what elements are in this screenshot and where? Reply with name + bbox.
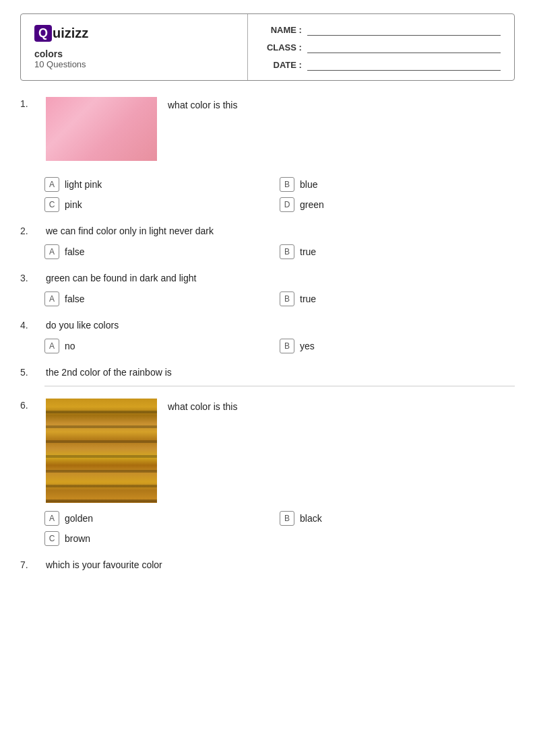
header-right: NAME : CLASS : DATE : xyxy=(248,14,514,80)
q1-option-d-text: green xyxy=(300,199,324,210)
q6-option-b[interactable]: B black xyxy=(280,511,515,526)
q3-number: 3. xyxy=(20,271,39,283)
question-5-row: 5. the 2nd color of the rainbow is xyxy=(20,366,515,378)
question-6: 6. what color is this A golden B black C… xyxy=(20,399,515,546)
q6-options: A golden B black C brown xyxy=(44,511,515,546)
page: Quizizz colors 10 Questions NAME : CLASS… xyxy=(0,0,535,756)
q4-text: do you like colors xyxy=(46,318,515,331)
q2-option-a[interactable]: A false xyxy=(44,244,280,259)
name-line xyxy=(307,24,501,36)
q6-text: what color is this xyxy=(168,399,237,412)
class-field-row: CLASS : xyxy=(261,41,501,53)
q6-option-a-text: golden xyxy=(65,513,93,524)
class-line xyxy=(307,41,501,53)
q1-number: 1. xyxy=(20,97,39,109)
q1-text: what color is this xyxy=(168,97,237,110)
q6-option-a-letter: A xyxy=(44,511,59,526)
quiz-questions: 10 Questions xyxy=(34,59,234,69)
q4-option-b[interactable]: B yes xyxy=(280,339,515,353)
question-6-row: 6. what color is this xyxy=(20,399,515,503)
q4-option-a-text: no xyxy=(65,341,75,351)
date-field-row: DATE : xyxy=(261,59,501,71)
q2-option-b[interactable]: B true xyxy=(280,244,515,259)
q1-option-d[interactable]: D green xyxy=(280,197,515,212)
q2-text: we can find color only in light never da… xyxy=(46,224,515,236)
q7-number: 7. xyxy=(20,558,39,570)
quiz-title: colors xyxy=(34,48,234,59)
date-line xyxy=(307,59,501,71)
q4-options: A no B yes xyxy=(44,339,515,353)
q1-option-a[interactable]: A light pink xyxy=(44,177,280,192)
q1-option-b-letter: B xyxy=(280,177,294,192)
q3-option-b[interactable]: B true xyxy=(280,291,515,306)
question-4: 4. do you like colors A no B yes xyxy=(20,318,515,353)
q6-option-b-text: black xyxy=(300,513,322,524)
question-3-row: 3. green can be found in dark and light xyxy=(20,271,515,283)
q3-option-b-letter: B xyxy=(280,291,294,306)
question-1-row: 1. what color is this xyxy=(20,97,515,169)
q2-option-b-text: true xyxy=(300,246,316,257)
q2-option-b-letter: B xyxy=(280,244,294,259)
q2-number: 2. xyxy=(20,224,39,236)
q4-option-b-letter: B xyxy=(280,339,294,353)
date-label: DATE : xyxy=(261,60,302,70)
q1-option-c[interactable]: C pink xyxy=(44,197,280,212)
q2-option-a-text: false xyxy=(65,246,85,257)
q5-number: 5. xyxy=(20,366,39,378)
q3-options: A false B true xyxy=(44,291,515,306)
q3-option-a-text: false xyxy=(65,294,85,304)
question-3: 3. green can be found in dark and light … xyxy=(20,271,515,306)
q6-number: 6. xyxy=(20,399,39,411)
question-2: 2. we can find color only in light never… xyxy=(20,224,515,259)
q1-option-c-text: pink xyxy=(65,199,82,210)
q1-option-a-text: light pink xyxy=(65,179,102,190)
header-left: Quizizz colors 10 Questions xyxy=(21,14,248,80)
name-field-row: NAME : xyxy=(261,24,501,36)
q4-option-b-text: yes xyxy=(300,341,315,351)
q4-option-a[interactable]: A no xyxy=(44,339,280,353)
logo-q-letter: Q xyxy=(34,25,52,42)
name-label: NAME : xyxy=(261,25,302,35)
question-4-row: 4. do you like colors xyxy=(20,318,515,331)
q3-option-b-text: true xyxy=(300,294,316,304)
q5-text: the 2nd color of the rainbow is xyxy=(46,366,515,378)
question-7: 7. which is your favourite color xyxy=(20,558,515,570)
q6-option-c-letter: C xyxy=(44,531,59,546)
logo-text: uizizz xyxy=(53,26,88,41)
q6-option-c[interactable]: C brown xyxy=(44,531,280,546)
q1-option-c-letter: C xyxy=(44,197,59,212)
q6-option-a[interactable]: A golden xyxy=(44,511,280,526)
q3-option-a-letter: A xyxy=(44,291,59,306)
q5-divider xyxy=(44,386,515,386)
question-2-row: 2. we can find color only in light never… xyxy=(20,224,515,236)
q6-option-b-letter: B xyxy=(280,511,294,526)
q1-option-b-text: blue xyxy=(300,179,317,190)
q6-option-c-text: brown xyxy=(65,533,90,544)
q1-option-a-letter: A xyxy=(44,177,59,192)
q4-number: 4. xyxy=(20,318,39,331)
q3-text: green can be found in dark and light xyxy=(46,271,515,283)
header-box: Quizizz colors 10 Questions NAME : CLASS… xyxy=(20,13,515,81)
logo: Quizizz xyxy=(34,25,234,42)
q1-content: what color is this xyxy=(46,97,515,161)
q3-option-a[interactable]: A false xyxy=(44,291,280,306)
question-5: 5. the 2nd color of the rainbow is xyxy=(20,366,515,386)
q1-image-pink xyxy=(46,97,157,161)
question-7-row: 7. which is your favourite color xyxy=(20,558,515,570)
q1-option-d-letter: D xyxy=(280,197,294,212)
question-1: 1. what color is this A light pink B blu… xyxy=(20,97,515,212)
q7-text: which is your favourite color xyxy=(46,558,515,570)
q6-image-gold xyxy=(46,399,157,503)
q2-options: A false B true xyxy=(44,244,515,259)
q1-option-b[interactable]: B blue xyxy=(280,177,515,192)
q2-option-a-letter: A xyxy=(44,244,59,259)
q4-option-a-letter: A xyxy=(44,339,59,353)
q1-options: A light pink B blue C pink D green xyxy=(44,177,515,212)
class-label: CLASS : xyxy=(261,42,302,53)
q6-content: what color is this xyxy=(46,399,515,503)
